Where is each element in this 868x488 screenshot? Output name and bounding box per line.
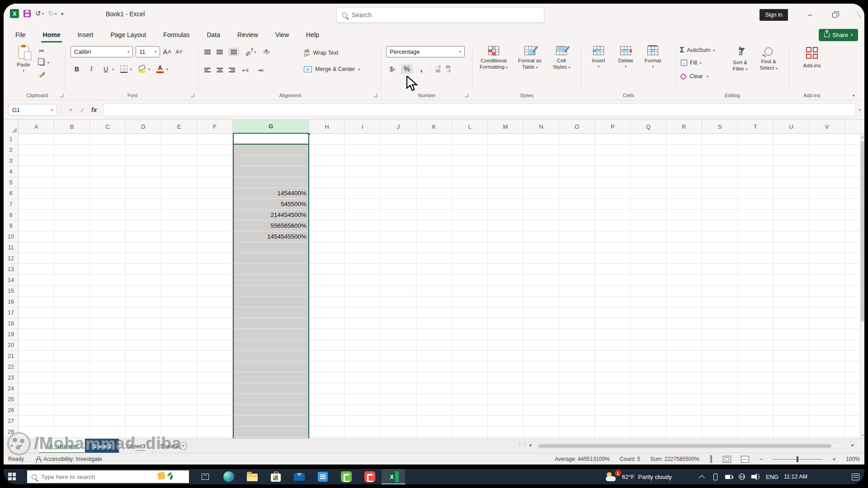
excel-taskbar-icon[interactable]: X <box>382 469 405 484</box>
copy-button[interactable]: ▾ <box>38 60 49 66</box>
page-break-view-button[interactable] <box>741 456 749 463</box>
menu-tab-help[interactable]: Help <box>304 30 321 39</box>
row-header-3[interactable]: 3 <box>4 155 18 166</box>
increase-font-icon[interactable]: A˄ <box>163 47 172 57</box>
column-header-Q[interactable]: Q <box>631 120 666 134</box>
scroll-down-icon[interactable]: ▼ <box>860 434 864 437</box>
column-header-E[interactable]: E <box>161 120 197 134</box>
decrease-decimal-button[interactable]: .00→0 <box>444 65 450 73</box>
scroll-up-icon[interactable]: ▲ <box>860 135 864 138</box>
menu-tab-data[interactable]: Data <box>205 30 222 39</box>
sheet-tab-sh_student[interactable]: sh_student <box>39 439 85 453</box>
zoom-slider[interactable] <box>773 459 822 460</box>
row-header-8[interactable]: 8 <box>4 210 18 221</box>
tray-expand-button[interactable] <box>700 469 704 484</box>
tab-scroll-left-icon[interactable]: ◄ <box>9 443 14 448</box>
paste-button[interactable]: Paste ▾ <box>13 46 34 74</box>
row-header-28[interactable]: 28 <box>4 427 18 437</box>
currency-button[interactable]: $▾ <box>388 64 397 74</box>
autosum-button[interactable]: Σ AutoSum ▾ <box>680 46 715 54</box>
document-app-icon[interactable] <box>311 469 335 484</box>
row-header-23[interactable]: 23 <box>4 372 18 383</box>
search-input[interactable] <box>352 11 538 19</box>
horizontal-scroll-thumb[interactable] <box>538 444 831 448</box>
column-header-S[interactable]: S <box>702 120 738 134</box>
column-header-A[interactable]: A <box>19 120 54 134</box>
zoom-slider-thumb[interactable] <box>797 456 798 462</box>
row-header-21[interactable]: 21 <box>4 351 18 361</box>
sheet-tab-sheet2[interactable]: Sheet2 <box>85 439 119 453</box>
green-app-icon[interactable] <box>335 469 358 484</box>
column-header-H[interactable]: H <box>309 120 345 134</box>
fill-color-button[interactable] <box>137 64 146 74</box>
row-header-7[interactable]: 7 <box>4 199 18 210</box>
font-dialog-launcher[interactable] <box>191 94 194 97</box>
horizontal-scrollbar[interactable] <box>536 443 847 449</box>
clipboard-dialog-launcher[interactable] <box>60 94 63 97</box>
find-select-button[interactable]: Find & Select ▾ <box>755 46 782 72</box>
row-header-15[interactable]: 15 <box>4 286 18 296</box>
zoom-level[interactable]: 100% <box>846 456 860 462</box>
menu-tab-insert[interactable]: Insert <box>75 30 95 39</box>
enter-icon[interactable]: ✓ <box>76 106 88 113</box>
row-header-13[interactable]: 13 <box>4 264 18 275</box>
borders-button[interactable] <box>119 64 128 74</box>
insert-cells-button[interactable]: Insert ▾ <box>586 46 611 70</box>
percent-style-button[interactable]: % <box>401 64 413 74</box>
search-box[interactable] <box>336 7 544 23</box>
comma-style-button[interactable]: , <box>417 64 426 74</box>
taskbar-search-input[interactable] <box>41 474 145 480</box>
wrap-text-button[interactable]: abc↩ Wrap Text <box>304 49 338 57</box>
clock-button[interactable]: 11:12 AM <box>784 469 807 484</box>
vertical-scroll-thumb[interactable] <box>861 141 864 322</box>
column-header-I[interactable]: I <box>345 120 381 134</box>
row-header-17[interactable]: 17 <box>4 307 18 318</box>
column-header-M[interactable]: M <box>488 120 524 134</box>
tab-strip-menu-icon[interactable]: ⋮⋮ <box>517 441 527 447</box>
column-header-K[interactable]: K <box>416 120 452 134</box>
undo-button[interactable]: ↺▾ <box>35 9 44 18</box>
cell-G9[interactable]: 556565600% <box>233 221 309 231</box>
weather-widget[interactable]: 1 62°F Partly cloudy <box>606 469 672 484</box>
delete-cells-button[interactable]: × Delete ▾ <box>613 46 638 70</box>
action-center-button[interactable] <box>852 469 859 484</box>
row-header-5[interactable]: 5 <box>4 177 18 188</box>
row-header-27[interactable]: 27 <box>4 416 18 427</box>
select-all-button[interactable] <box>4 120 19 134</box>
alignment-dialog-launcher[interactable] <box>373 94 377 97</box>
menu-tab-file[interactable]: File <box>14 30 28 39</box>
column-header-N[interactable]: N <box>524 120 559 134</box>
bold-button[interactable]: B <box>72 64 81 74</box>
column-header-D[interactable]: D <box>126 120 161 134</box>
cell-G7[interactable]: 545500% <box>233 199 309 210</box>
row-header-20[interactable]: 20 <box>4 340 18 351</box>
cell-G6[interactable]: 1454400% <box>233 188 309 199</box>
row-header-25[interactable]: 25 <box>4 394 18 405</box>
save-icon[interactable] <box>24 10 31 17</box>
cancel-icon[interactable]: × <box>65 106 76 113</box>
taskbar-search-box[interactable] <box>27 470 189 483</box>
vertical-scrollbar[interactable]: ▲ ▼ <box>860 134 864 438</box>
start-button[interactable] <box>8 473 16 480</box>
column-header-J[interactable]: J <box>381 120 416 134</box>
clear-button[interactable]: Clear ▾ <box>681 73 708 80</box>
edge-icon[interactable] <box>217 469 241 484</box>
align-center-icon[interactable] <box>217 68 223 72</box>
mail-icon[interactable] <box>288 469 311 484</box>
active-cell-g1[interactable] <box>233 134 309 145</box>
row-header-26[interactable]: 26 <box>4 405 18 416</box>
column-header-T[interactable]: T <box>738 120 774 134</box>
tab-scroll-right-icon[interactable]: ► <box>19 443 24 448</box>
fill-handle[interactable] <box>307 134 311 136</box>
name-box[interactable]: G1▾ <box>8 104 57 116</box>
volume-button[interactable] <box>751 469 757 484</box>
row-header-2[interactable]: 2 <box>4 145 18 155</box>
red-app-icon[interactable] <box>358 469 382 484</box>
top-align-icon[interactable] <box>204 50 211 54</box>
row-header-19[interactable]: 19 <box>4 329 18 340</box>
close-button[interactable]: ╲ <box>857 11 861 19</box>
row-header-10[interactable]: 10 <box>4 231 18 242</box>
collapse-ribbon-icon[interactable]: ▴ <box>852 93 854 97</box>
column-header-L[interactable]: L <box>452 120 488 134</box>
column-header-V[interactable]: V <box>809 120 845 134</box>
